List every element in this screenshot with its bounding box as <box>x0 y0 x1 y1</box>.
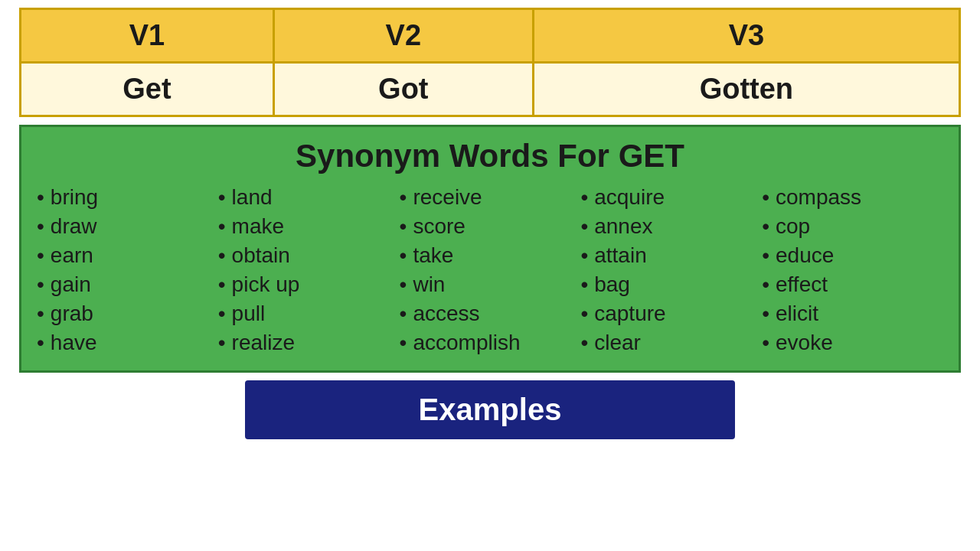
bullet-icon: • <box>400 332 407 354</box>
list-item: •realize <box>218 331 400 355</box>
list-item: •acquire <box>580 185 762 210</box>
bullet-icon: • <box>400 303 407 324</box>
bullet-icon: • <box>580 245 588 266</box>
synonym-col-4: •acquire •annex •attain •bag •capture •c… <box>580 185 762 355</box>
bullet-icon: • <box>762 245 769 266</box>
synonym-col-5: •compass •cop •educe •effect •elicit •ev… <box>762 185 943 355</box>
v3-value: Gotten <box>533 63 959 116</box>
bullet-icon: • <box>218 245 226 266</box>
bullet-icon: • <box>218 274 226 295</box>
v1-header: V1 <box>21 9 274 63</box>
bullet-icon: • <box>37 303 44 324</box>
list-item: •capture <box>580 302 762 326</box>
list-item: •evoke <box>762 331 943 355</box>
list-item: •accomplish <box>400 331 581 355</box>
bullet-icon: • <box>762 332 769 354</box>
list-item: •elicit <box>762 302 943 326</box>
bullet-icon: • <box>37 274 44 295</box>
list-item: •grab <box>37 302 218 326</box>
bullet-icon: • <box>218 332 226 354</box>
examples-label: Examples <box>419 393 562 426</box>
list-item: •access <box>400 302 581 326</box>
v2-value: Got <box>273 63 533 116</box>
bullet-icon: • <box>580 216 588 237</box>
v2-header: V2 <box>273 9 533 63</box>
list-item: •win <box>400 272 581 297</box>
bullet-icon: • <box>218 303 226 324</box>
list-item: •land <box>218 185 400 210</box>
bullet-icon: • <box>37 187 44 208</box>
list-item: •bag <box>580 272 762 297</box>
bullet-icon: • <box>218 187 226 208</box>
bullet-icon: • <box>37 332 44 354</box>
list-item: •pick up <box>218 272 400 297</box>
synonym-col-2: •land •make •obtain •pick up •pull •real… <box>218 185 400 355</box>
synonym-col-1: •bring •draw •earn •gain •grab •have <box>37 185 218 355</box>
list-item: •clear <box>580 331 762 355</box>
list-item: •receive <box>400 185 581 210</box>
list-item: •earn <box>37 243 218 268</box>
bullet-icon: • <box>400 274 407 295</box>
v3-header: V3 <box>533 9 959 63</box>
synonym-box: Synonym Words For GET •bring •draw •earn… <box>19 125 961 373</box>
bullet-icon: • <box>762 303 769 324</box>
bullet-icon: • <box>218 216 226 237</box>
bullet-icon: • <box>400 187 407 208</box>
list-item: •score <box>400 214 581 239</box>
synonym-title: Synonym Words For GET <box>37 138 943 174</box>
bullet-icon: • <box>762 216 769 237</box>
verb-table: V1 V2 V3 Get Got Gotten <box>19 8 961 117</box>
synonym-columns: •bring •draw •earn •gain •grab •have •la… <box>37 185 943 355</box>
list-item: •attain <box>580 243 762 268</box>
bullet-icon: • <box>400 245 407 266</box>
bullet-icon: • <box>580 274 588 295</box>
synonym-title-plain: Synonym Words For <box>296 138 619 174</box>
list-item: •obtain <box>218 243 400 268</box>
list-item: •make <box>218 214 400 239</box>
bullet-icon: • <box>37 245 44 266</box>
bullet-icon: • <box>580 332 588 354</box>
list-item: •draw <box>37 214 218 239</box>
list-item: •pull <box>218 302 400 326</box>
bullet-icon: • <box>762 187 769 208</box>
bullet-icon: • <box>762 274 769 295</box>
list-item: •cop <box>762 214 943 239</box>
bullet-icon: • <box>580 303 588 324</box>
synonym-col-3: •receive •score •take •win •access •acco… <box>400 185 581 355</box>
list-item: •have <box>37 331 218 355</box>
list-item: •educe <box>762 243 943 268</box>
synonym-title-bold: GET <box>619 138 684 174</box>
v1-value: Get <box>21 63 274 116</box>
list-item: •annex <box>580 214 762 239</box>
bullet-icon: • <box>37 216 44 237</box>
bullet-icon: • <box>580 187 588 208</box>
list-item: •bring <box>37 185 218 210</box>
bullet-icon: • <box>400 216 407 237</box>
list-item: •effect <box>762 272 943 297</box>
list-item: •take <box>400 243 581 268</box>
list-item: •compass <box>762 185 943 210</box>
examples-button[interactable]: Examples <box>245 380 735 439</box>
list-item: •gain <box>37 272 218 297</box>
